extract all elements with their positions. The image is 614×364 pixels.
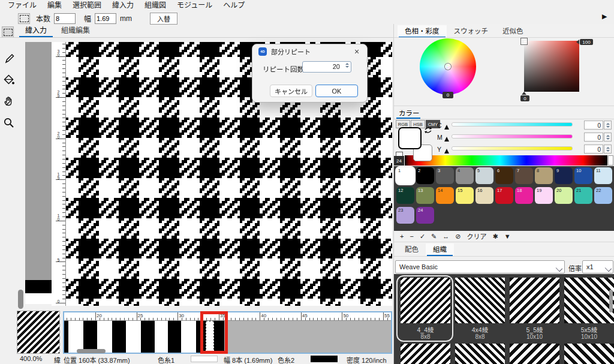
vertical-scrollbar[interactable]	[18, 290, 23, 309]
hue-spectrum-bar[interactable]	[405, 155, 607, 166]
tab-組織編集[interactable]: 組織編集	[54, 25, 97, 37]
palette-swatch-21[interactable]: 21	[574, 187, 592, 204]
slider-thumb[interactable]	[444, 125, 449, 130]
hue-wheel[interactable]	[420, 38, 476, 95]
tab-組織[interactable]: 組織	[426, 243, 454, 255]
weft-bar[interactable]	[155, 321, 168, 353]
hue-wheel-marker[interactable]	[445, 64, 451, 70]
width-input[interactable]	[95, 13, 116, 24]
dialog-title-bar[interactable]: 4D 部分リピート	[258, 44, 311, 59]
scale-select[interactable]: x1	[582, 260, 613, 273]
slider-thumb[interactable]	[444, 137, 449, 142]
palette-swatch-24[interactable]: 24	[416, 207, 434, 224]
swap-colors-icon[interactable]	[423, 126, 433, 136]
menu-item-緯入力[interactable]: 緯入力	[107, 0, 139, 11]
pen-tool-button[interactable]	[2, 52, 16, 65]
dialog-close-button[interactable]: ×	[351, 46, 362, 57]
slider-track[interactable]	[452, 122, 573, 127]
weft-bar[interactable]	[126, 321, 141, 353]
palette-swatch-12[interactable]: 12	[396, 187, 414, 204]
palette-swatch-10[interactable]: 10	[574, 167, 592, 184]
repeat-count-spinner[interactable]: 20	[302, 61, 351, 73]
fill-tool-button[interactable]	[2, 73, 16, 86]
spinner-down-icon[interactable]	[606, 126, 610, 128]
count-input[interactable]	[54, 13, 76, 24]
foreground-color-swatch[interactable]	[398, 127, 422, 149]
palette-swatch-13[interactable]: 13	[416, 187, 434, 204]
weft-bar[interactable]	[97, 321, 112, 353]
palette-swatch-4[interactable]: 4	[456, 167, 474, 184]
weave-tile-5x5綾[interactable]	[564, 278, 614, 323]
palette-swatch-22[interactable]: 22	[594, 187, 612, 204]
slider-value[interactable]: 0	[584, 145, 603, 154]
weave-library-select[interactable]: Weave Basic	[395, 260, 565, 273]
palette-swatch-8[interactable]: 8	[535, 167, 553, 184]
weft-bar[interactable]	[64, 321, 68, 353]
palette-swap-icon[interactable]: ↔	[443, 233, 449, 240]
palette-add-icon[interactable]: +	[400, 233, 404, 240]
weave-tile-4x4綾[interactable]	[455, 278, 505, 323]
weave-tile-row2[interactable]	[401, 344, 450, 364]
palette-more-icon[interactable]: ▼	[504, 233, 511, 240]
menu-item-ファイル[interactable]: ファイル	[2, 0, 42, 11]
warp-color-strip[interactable]	[25, 42, 52, 304]
palette-swatch-17[interactable]: 17	[495, 187, 513, 204]
spinner-down-icon[interactable]	[606, 138, 610, 140]
menu-item-モジュール[interactable]: モジュール	[171, 0, 218, 11]
weft-bar[interactable]	[68, 321, 83, 353]
weave-tile-row2[interactable]	[564, 344, 614, 364]
slider-value[interactable]: 0	[584, 121, 603, 130]
palette-swatch-15[interactable]: 15	[456, 187, 474, 204]
palette-swatch-16[interactable]: 16	[475, 187, 493, 204]
palette-remove-icon[interactable]: −	[410, 233, 413, 240]
weave-preview-swatch[interactable]	[17, 311, 60, 354]
palette-swatch-5[interactable]: 5	[475, 167, 493, 184]
swap-button[interactable]: 入替	[150, 13, 177, 25]
spinner-arrows-icon[interactable]	[345, 63, 349, 68]
tab-色相・彩度[interactable]: 色相・彩度	[398, 25, 447, 37]
palette-edit-icon[interactable]: ✎	[431, 233, 437, 240]
palette-swatch-18[interactable]: 18	[515, 187, 533, 204]
slider-spinner[interactable]	[604, 145, 612, 154]
spinner-up-icon[interactable]	[606, 123, 610, 125]
menu-item-組織図[interactable]: 組織図	[139, 0, 171, 11]
selection-mode-button[interactable]	[18, 13, 30, 24]
palette-swatch-19[interactable]: 19	[535, 187, 553, 204]
palette-disable-icon[interactable]: ⊘	[455, 233, 460, 240]
slider-value[interactable]: 0	[584, 133, 603, 142]
slider-spinner[interactable]	[604, 121, 612, 130]
palette-swatch-23[interactable]: 23	[396, 207, 414, 224]
slider-thumb[interactable]	[444, 149, 449, 154]
tab-配色[interactable]: 配色	[398, 243, 426, 255]
weft-bar[interactable]	[83, 321, 97, 353]
zoom-tool-button[interactable]	[2, 116, 16, 130]
weave-tile-4_4綾[interactable]	[401, 278, 450, 323]
palette-swatch-9[interactable]: 9	[555, 167, 573, 184]
slider-track[interactable]	[452, 146, 573, 151]
slider-spinner[interactable]	[604, 133, 612, 142]
palette-swatch-6[interactable]: 6	[495, 167, 513, 184]
selection-tool-button[interactable]	[2, 26, 14, 38]
palette-swatch-3[interactable]: 3	[436, 167, 454, 184]
palette-swatch-1[interactable]: 1	[396, 167, 414, 184]
palette-swatch-2[interactable]: 2	[416, 167, 434, 184]
palette-swatch-14[interactable]: 14	[436, 187, 454, 204]
palette-swatch-7[interactable]: 7	[515, 167, 533, 184]
tab-スウォッチ[interactable]: スウォッチ	[447, 25, 496, 37]
weave-tile-row2[interactable]	[455, 344, 505, 364]
color-section-tab[interactable]: カラー	[399, 108, 420, 118]
weave-tile-row2[interactable]	[510, 344, 559, 364]
cancel-button[interactable]: キャンセル	[270, 85, 312, 97]
horizontal-scrollbar[interactable]	[77, 349, 106, 353]
saturation-value-square[interactable]	[524, 41, 579, 92]
palette-swatch-20[interactable]: 20	[555, 187, 573, 204]
tab-緯入力[interactable]: 緯入力	[18, 25, 54, 37]
palette-swatch-11[interactable]: 11	[594, 167, 612, 184]
weft-undefined-area[interactable]	[224, 321, 391, 353]
palette-clear-icon[interactable]: クリア	[467, 231, 487, 241]
menu-item-ヘルプ[interactable]: ヘルプ	[218, 0, 250, 11]
spinner-down-icon[interactable]	[606, 150, 610, 152]
hand-tool-button[interactable]	[2, 95, 16, 108]
palette-check-icon[interactable]: ✓	[420, 233, 425, 240]
weft-bar[interactable]	[181, 321, 196, 353]
